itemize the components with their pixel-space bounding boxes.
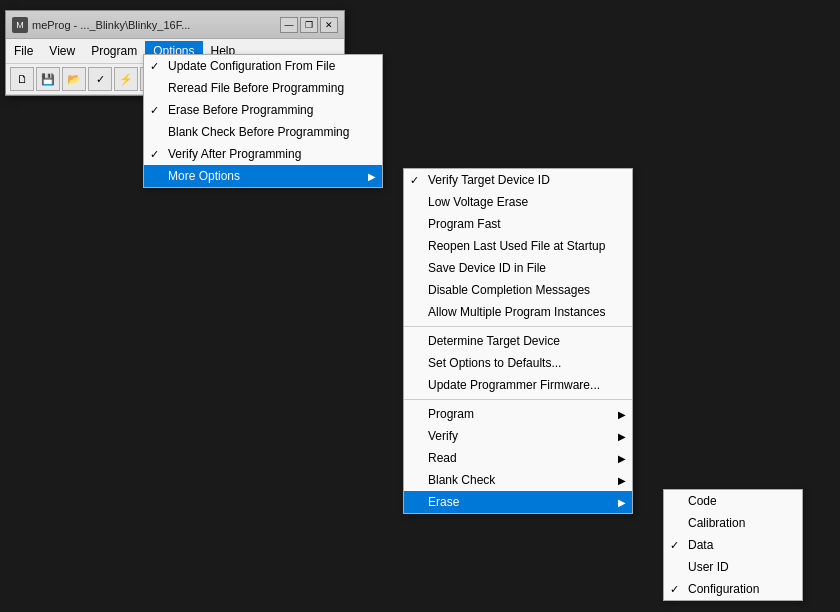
menu-erase-sub[interactable]: Erase ▶	[404, 491, 632, 513]
erase-sub-arrow: ▶	[618, 497, 626, 508]
window-title: meProg - ..._Blinky\Blinky_16F...	[32, 19, 190, 31]
erase-calibration[interactable]: Calibration	[664, 512, 802, 534]
menu-blank-check[interactable]: Blank Check Before Programming	[144, 121, 382, 143]
menu-verify-target[interactable]: ✓ Verify Target Device ID	[404, 169, 632, 191]
read-sub-arrow: ▶	[618, 453, 626, 464]
more-options-arrow: ▶	[368, 171, 376, 182]
close-button[interactable]: ✕	[320, 17, 338, 33]
program-sub-arrow: ▶	[618, 409, 626, 420]
app-icon: M	[12, 17, 28, 33]
menu-allow-multiple[interactable]: Allow Multiple Program Instances	[404, 301, 632, 323]
verify-sub-arrow: ▶	[618, 431, 626, 442]
menu-set-defaults[interactable]: Set Options to Defaults...	[404, 352, 632, 374]
check-verify-target: ✓	[410, 174, 419, 187]
check-verify-after: ✓	[150, 148, 159, 161]
options-menu: ✓ Update Configuration From File Reread …	[143, 54, 383, 188]
erase-submenu: Code Calibration ✓ Data User ID ✓ Config…	[663, 489, 803, 601]
check-update-config: ✓	[150, 60, 159, 73]
menu-determine-target[interactable]: Determine Target Device	[404, 330, 632, 352]
menu-update-firmware[interactable]: Update Programmer Firmware...	[404, 374, 632, 396]
menu-more-options[interactable]: More Options ▶	[144, 165, 382, 187]
menu-verify-sub[interactable]: Verify ▶	[404, 425, 632, 447]
toolbar-new[interactable]: 🗋	[10, 67, 34, 91]
menu-program[interactable]: Program	[83, 41, 145, 61]
check-erase-before: ✓	[150, 104, 159, 117]
minimize-button[interactable]: —	[280, 17, 298, 33]
toolbar-save[interactable]: 💾	[36, 67, 60, 91]
menu-program-fast[interactable]: Program Fast	[404, 213, 632, 235]
erase-code[interactable]: Code	[664, 490, 802, 512]
separator-2	[404, 399, 632, 400]
check-erase-data: ✓	[670, 539, 679, 552]
erase-configuration[interactable]: ✓ Configuration	[664, 578, 802, 600]
menu-program-sub[interactable]: Program ▶	[404, 403, 632, 425]
toolbar-program[interactable]: ⚡	[114, 67, 138, 91]
menu-read-sub[interactable]: Read ▶	[404, 447, 632, 469]
restore-button[interactable]: ❐	[300, 17, 318, 33]
check-erase-configuration: ✓	[670, 583, 679, 596]
title-bar-left: M meProg - ..._Blinky\Blinky_16F...	[12, 17, 190, 33]
menu-reopen-last[interactable]: Reopen Last Used File at Startup	[404, 235, 632, 257]
menu-save-device-id[interactable]: Save Device ID in File	[404, 257, 632, 279]
menu-update-config[interactable]: ✓ Update Configuration From File	[144, 55, 382, 77]
toolbar-check[interactable]: ✓	[88, 67, 112, 91]
menu-disable-completion[interactable]: Disable Completion Messages	[404, 279, 632, 301]
blank-check-sub-arrow: ▶	[618, 475, 626, 486]
menu-blank-check-sub[interactable]: Blank Check ▶	[404, 469, 632, 491]
menu-file[interactable]: File	[6, 41, 41, 61]
title-controls: — ❐ ✕	[280, 17, 338, 33]
menu-erase-before[interactable]: ✓ Erase Before Programming	[144, 99, 382, 121]
menu-reread-file[interactable]: Reread File Before Programming	[144, 77, 382, 99]
toolbar-open[interactable]: 📂	[62, 67, 86, 91]
menu-low-voltage[interactable]: Low Voltage Erase	[404, 191, 632, 213]
more-options-menu: ✓ Verify Target Device ID Low Voltage Er…	[403, 168, 633, 514]
erase-user-id[interactable]: User ID	[664, 556, 802, 578]
separator-1	[404, 326, 632, 327]
title-bar: M meProg - ..._Blinky\Blinky_16F... — ❐ …	[6, 11, 344, 39]
menu-view[interactable]: View	[41, 41, 83, 61]
menu-verify-after[interactable]: ✓ Verify After Programming	[144, 143, 382, 165]
erase-data[interactable]: ✓ Data	[664, 534, 802, 556]
